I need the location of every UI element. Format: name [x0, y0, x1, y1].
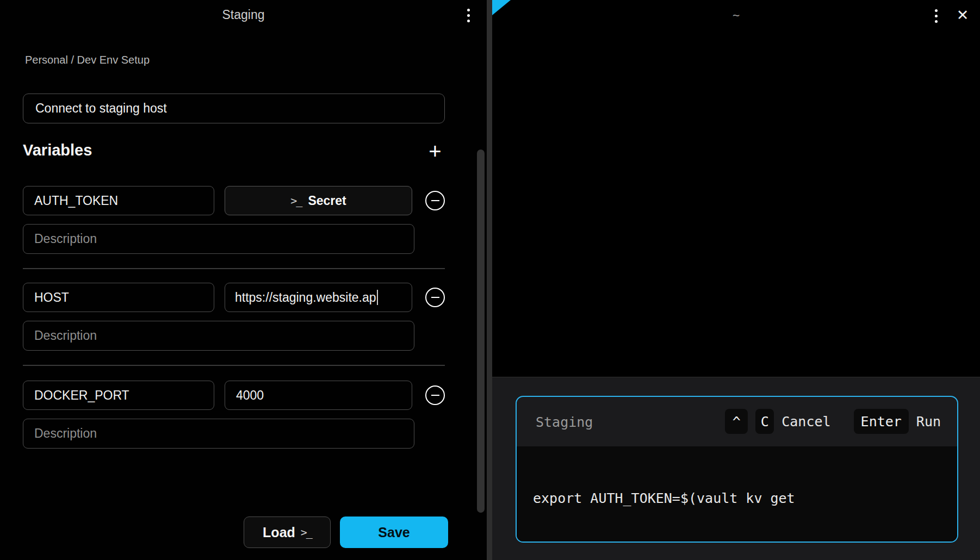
command-block-controls: ^ C Cancel Enter Run	[725, 409, 941, 434]
var-description-input[interactable]	[23, 224, 414, 254]
terminal-prompt-icon: >_	[290, 194, 301, 207]
command-code-editor[interactable]: export AUTH_TOKEN=$(vault kv get -field=…	[517, 446, 957, 542]
terminal-title: ~	[492, 8, 980, 22]
command-block-label: Staging	[536, 414, 593, 430]
var-name-input[interactable]	[23, 283, 214, 312]
var-value-input[interactable]: https://staging.website.ap	[225, 283, 412, 312]
app-window: Staging Personal / Dev Env Setup Variabl…	[0, 0, 980, 560]
secret-label: Secret	[308, 194, 346, 208]
cancel-control[interactable]: ^ C Cancel	[725, 409, 830, 434]
minus-circle-icon[interactable]	[425, 191, 445, 210]
env-editor-panel: Staging Personal / Dev Env Setup Variabl…	[0, 0, 487, 560]
cancel-label: Cancel	[781, 414, 830, 430]
kebab-menu-icon[interactable]	[933, 7, 940, 25]
var-description-input[interactable]	[23, 321, 414, 351]
plus-icon[interactable]: +	[424, 139, 446, 163]
command-block: Staging ^ C Cancel Enter Run	[516, 396, 958, 543]
load-label: Load	[263, 525, 295, 540]
code-line: export AUTH_TOKEN=$(vault kv get	[533, 490, 946, 507]
run-label: Run	[916, 414, 941, 430]
var-value-input[interactable]	[225, 381, 412, 410]
terminal-panel: ~ ✕ Staging ^ C Cancel E	[492, 0, 980, 560]
c-key-icon: C	[755, 409, 774, 434]
row-divider	[23, 365, 445, 366]
run-control[interactable]: Enter Run	[854, 409, 941, 434]
kebab-menu-icon[interactable]	[465, 7, 472, 24]
load-button[interactable]: Load >_	[244, 517, 331, 548]
enter-key-icon: Enter	[854, 409, 909, 434]
secret-value-button[interactable]: >_ Secret	[225, 186, 412, 215]
env-name-input[interactable]	[23, 94, 445, 123]
save-label: Save	[378, 525, 410, 540]
var-name-input[interactable]	[23, 381, 214, 410]
save-button[interactable]: Save	[340, 517, 448, 548]
breadcrumb[interactable]: Personal / Dev Env Setup	[25, 54, 150, 66]
command-block-header: Staging ^ C Cancel Enter Run	[517, 397, 957, 446]
minus-circle-icon[interactable]	[425, 288, 445, 307]
panel-divider[interactable]	[487, 0, 492, 560]
terminal-prompt-icon: >_	[301, 526, 312, 539]
minus-circle-icon[interactable]	[425, 385, 445, 405]
var-name-input[interactable]	[23, 186, 214, 215]
code-line: -field=password secret/staging/app/serve…	[533, 542, 946, 543]
panel-title: Staging	[0, 8, 487, 22]
ctrl-key-icon: ^	[725, 409, 748, 434]
close-icon[interactable]: ✕	[952, 4, 973, 26]
row-divider	[23, 268, 445, 269]
var-description-input[interactable]	[23, 419, 414, 449]
scrollbar-thumb[interactable]	[477, 150, 485, 513]
variables-heading: Variables	[23, 141, 92, 159]
text-cursor	[377, 290, 378, 305]
command-input-area: Staging ^ C Cancel Enter Run	[492, 377, 980, 560]
var-value-text: https://staging.website.ap	[235, 290, 376, 305]
